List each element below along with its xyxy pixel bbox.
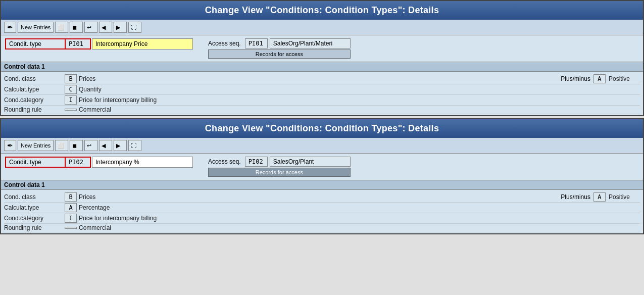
row-label: Calculat.type (4, 86, 65, 93)
row-label: Cond. class (4, 75, 65, 82)
panel-title: Change View "Conditions: Condition Types… (1, 1, 643, 20)
row-value: Percentage (79, 204, 110, 211)
data-row-1: Calculat.typeAPercentage (4, 203, 640, 213)
access-seq-section: Access seq.PI01SalesOrg/Plant/MateriReco… (208, 38, 351, 59)
plus-minus-value: Positive (609, 75, 630, 82)
access-seq-section: Access seq.PI02SalesOrg/PlantRecords for… (208, 157, 351, 177)
back-button-icon: ↩ (87, 24, 91, 31)
back-button-icon: ↩ (87, 142, 91, 149)
plus-minus-label: Plus/minus (561, 193, 590, 201)
row-value: Prices (79, 75, 95, 82)
access-seq-name: SalesOrg/Plant (270, 157, 351, 167)
row-label: Rounding rule (4, 106, 65, 113)
access-seq-row: Access seq.PI01SalesOrg/Plant/Materi (208, 38, 351, 48)
top-row: Condit. typePI02Intercompany %Access seq… (1, 154, 643, 178)
edit-icon-button[interactable]: ✒ (4, 140, 16, 151)
save-button-icon: ◼ (72, 24, 77, 31)
new-entries-button[interactable]: New Entries (18, 140, 54, 151)
plus-minus-section: Plus/minusAPositive (561, 192, 640, 202)
row-label: Calculat.type (4, 204, 65, 211)
condit-type-name[interactable]: Intercompany Price (92, 38, 193, 50)
records-for-access-button[interactable]: Records for access (208, 168, 351, 177)
row-label: Cond.category (4, 96, 65, 104)
row-code[interactable]: B (65, 74, 77, 83)
data-row-0: Cond. classBPricesPlus/minusAPositive (4, 74, 640, 84)
row-value: Commercial (79, 224, 111, 231)
data-row-3: Rounding ruleCommercial (4, 106, 640, 114)
new-entries-button[interactable]: New Entries (18, 22, 54, 33)
next-button-icon: ▶ (116, 142, 120, 149)
expand-button[interactable]: ⛶ (128, 22, 141, 33)
row-code[interactable]: I (65, 214, 77, 223)
condit-type-section: Condit. typePI02Intercompany % (5, 157, 193, 168)
access-seq-label: Access seq. (208, 158, 241, 165)
row-value: Quantity (79, 86, 102, 93)
copy-button[interactable]: ⬜ (55, 22, 68, 33)
row-label: Rounding rule (4, 224, 65, 231)
data-row-3: Rounding ruleCommercial (4, 224, 640, 232)
data-row-0: Cond. classBPricesPlus/minusAPositive (4, 192, 640, 203)
prev-button-icon: ◀ (102, 24, 106, 31)
records-for-access-button[interactable]: Records for access (208, 50, 351, 59)
condit-type-name[interactable]: Intercompany % (92, 157, 193, 168)
row-value: Prices (79, 193, 95, 201)
save-button-icon: ◼ (72, 142, 77, 149)
row-code[interactable]: I (65, 95, 77, 105)
copy-button-icon: ⬜ (58, 142, 65, 149)
data-row-2: Cond.categoryIPrice for intercompany bil… (4, 213, 640, 224)
row-label: Cond. class (4, 193, 65, 201)
data-row-2: Cond.categoryIPrice for intercompany bil… (4, 95, 640, 106)
toolbar: ✒New Entries⬜◼↩◀▶⛶ (1, 138, 643, 154)
condit-type-section: Condit. typePI01Intercompany Price (5, 38, 193, 50)
condit-type-code[interactable]: PI02 (66, 157, 91, 168)
control-data-header: Control data 1 (1, 62, 643, 72)
next-button[interactable]: ▶ (114, 22, 127, 33)
edit-icon-button[interactable]: ✒ (4, 22, 16, 33)
control-data-header: Control data 1 (1, 180, 643, 190)
access-seq-name: SalesOrg/Plant/Materi (270, 38, 351, 48)
expand-button[interactable]: ⛶ (128, 140, 141, 151)
data-row-1: Calculat.typeCQuantity (4, 84, 640, 95)
copy-button-icon: ⬜ (58, 24, 65, 31)
plus-minus-code[interactable]: A (593, 192, 606, 202)
access-seq-label: Access seq. (208, 40, 241, 47)
toolbar: ✒New Entries⬜◼↩◀▶⛶ (1, 20, 643, 35)
back-button[interactable]: ↩ (84, 140, 97, 151)
row-code[interactable] (65, 227, 77, 229)
data-grid: Cond. classBPricesPlus/minusAPositiveCal… (1, 191, 643, 233)
next-button-icon: ▶ (116, 24, 120, 31)
prev-button[interactable]: ◀ (99, 140, 112, 151)
access-seq-code[interactable]: PI01 (245, 38, 268, 48)
condit-type-label: Condit. type (5, 38, 66, 50)
access-seq-row: Access seq.PI02SalesOrg/Plant (208, 157, 351, 167)
copy-button[interactable]: ⬜ (55, 140, 68, 151)
save-button[interactable]: ◼ (70, 140, 83, 151)
panel-title: Change View "Conditions: Condition Types… (1, 119, 643, 138)
row-value: Price for intercompany billing (79, 96, 157, 104)
condit-type-label: Condit. type (5, 157, 66, 168)
row-value: Commercial (79, 106, 111, 113)
row-code[interactable]: C (65, 85, 77, 94)
row-code[interactable]: A (65, 203, 77, 212)
plus-minus-label: Plus/minus (561, 75, 590, 82)
expand-button-icon: ⛶ (131, 142, 136, 149)
panel-1: Change View "Conditions: Condition Types… (0, 0, 644, 116)
panel-2: Change View "Conditions: Condition Types… (0, 118, 644, 234)
back-button[interactable]: ↩ (84, 22, 97, 33)
row-value: Price for intercompany billing (79, 215, 157, 222)
plus-minus-value: Positive (609, 193, 630, 201)
top-row: Condit. typePI01Intercompany PriceAccess… (1, 35, 643, 60)
condit-type-code[interactable]: PI01 (66, 38, 91, 50)
plus-minus-section: Plus/minusAPositive (561, 74, 640, 83)
prev-button-icon: ◀ (102, 142, 106, 149)
plus-minus-code[interactable]: A (593, 74, 606, 83)
row-code[interactable]: B (65, 192, 77, 202)
save-button[interactable]: ◼ (70, 22, 83, 33)
prev-button[interactable]: ◀ (99, 22, 112, 33)
data-grid: Cond. classBPricesPlus/minusAPositiveCal… (1, 73, 643, 115)
row-label: Cond.category (4, 215, 65, 222)
expand-button-icon: ⛶ (131, 24, 136, 30)
row-code[interactable] (65, 109, 77, 111)
next-button[interactable]: ▶ (114, 140, 127, 151)
access-seq-code[interactable]: PI02 (245, 157, 268, 167)
